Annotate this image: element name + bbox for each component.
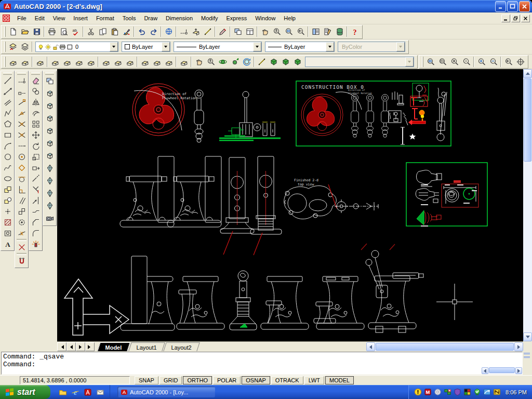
- move-button[interactable]: [30, 129, 42, 140]
- snap-extension-button[interactable]: [16, 140, 28, 151]
- tab-last-button[interactable]: [85, 342, 95, 351]
- chamfer-button[interactable]: [30, 217, 42, 228]
- zoom-out-button[interactable]: [487, 56, 499, 68]
- linetype-select[interactable]: ByLayer: [174, 42, 262, 52]
- open-button[interactable]: [19, 26, 31, 37]
- rectangle-button[interactable]: [2, 129, 14, 140]
- command-splitter[interactable]: [523, 352, 531, 375]
- snap-insert-button[interactable]: [16, 206, 28, 217]
- close-button[interactable]: [519, 1, 530, 12]
- scroll-right-button[interactable]: [515, 367, 522, 374]
- zoom-scale-button[interactable]: [448, 56, 460, 68]
- snap-nearest-button[interactable]: [16, 228, 28, 238]
- snap-apparent-button[interactable]: [16, 129, 28, 140]
- help-button[interactable]: ?: [349, 26, 361, 37]
- solid-subtract-button[interactable]: [280, 56, 291, 68]
- osnap-toggle[interactable]: OSNAP: [242, 376, 270, 384]
- snap-midpoint-button[interactable]: [16, 108, 28, 118]
- mtext-button[interactable]: A: [2, 238, 14, 249]
- toolbar-grip[interactable]: [4, 57, 6, 67]
- view-rotate-button[interactable]: [241, 56, 252, 68]
- region-button[interactable]: [2, 228, 14, 238]
- view-diamond-nw-button[interactable]: [44, 200, 56, 212]
- break-button[interactable]: [30, 206, 42, 217]
- ucs-world-button[interactable]: [49, 56, 61, 68]
- snap-quadrant-button[interactable]: [16, 162, 28, 173]
- view-cube-top-button[interactable]: [44, 87, 56, 100]
- orbit-pan-button[interactable]: [229, 56, 241, 68]
- lwt-toggle[interactable]: LWT: [304, 376, 324, 384]
- ucs-origin-button[interactable]: [100, 56, 112, 68]
- mdi-close-button[interactable]: [521, 15, 530, 22]
- view-cube-left-button[interactable]: [44, 112, 56, 125]
- scroll-right-button[interactable]: [514, 342, 523, 351]
- polyline-button[interactable]: [2, 108, 14, 118]
- snap-perpendicular-button[interactable]: [16, 184, 28, 195]
- ortho-toggle[interactable]: ORTHO: [183, 376, 212, 384]
- color-select[interactable]: ByLayer: [122, 42, 170, 52]
- window-menu[interactable]: Window: [251, 14, 280, 23]
- copy-object-button[interactable]: [30, 86, 42, 97]
- ellipse-button[interactable]: [2, 173, 14, 184]
- tools-menu[interactable]: Tools: [118, 14, 140, 23]
- match-properties-button[interactable]: [121, 26, 132, 37]
- tray-disc-icon[interactable]: [434, 388, 442, 396]
- tracking-button[interactable]: [178, 26, 190, 37]
- toolbar-grip[interactable]: [4, 42, 6, 52]
- insert-menu[interactable]: Insert: [69, 14, 92, 23]
- ucs-z-axis-button[interactable]: [112, 56, 124, 68]
- trim-button[interactable]: [30, 184, 42, 195]
- scale-button[interactable]: [30, 151, 42, 162]
- mail-icon[interactable]: [96, 388, 104, 396]
- snap-center-button[interactable]: [16, 151, 28, 162]
- lineweight-select[interactable]: ByLayer: [265, 42, 335, 52]
- ucs-dialog-button[interactable]: [19, 56, 31, 68]
- insert-hyperlink-button[interactable]: [163, 26, 175, 37]
- drawing-canvas[interactable]: Direction of Flywheel Rotation: [57, 69, 523, 341]
- snap-endpoint-button[interactable]: [16, 97, 28, 108]
- snap-tangent-button[interactable]: [16, 173, 28, 184]
- named-views-button[interactable]: [232, 26, 244, 37]
- ucs-button[interactable]: [7, 56, 19, 68]
- horizontal-scrollbar[interactable]: [366, 342, 523, 351]
- coordinate-readout[interactable]: 51.4814, 3.6896 , 0.0000: [20, 376, 130, 384]
- paste-button[interactable]: [109, 26, 121, 37]
- hatch-button[interactable]: [2, 217, 14, 228]
- snap-node-button[interactable]: [16, 217, 28, 228]
- view-diamond-sw-button[interactable]: [44, 162, 56, 175]
- rotate-button[interactable]: [30, 140, 42, 151]
- cut-button[interactable]: [85, 26, 97, 37]
- autocad-launch-icon[interactable]: [84, 388, 92, 396]
- view-diamond-ne-button[interactable]: [44, 187, 56, 200]
- tab-next-button[interactable]: [76, 342, 85, 351]
- format-menu[interactable]: Format: [92, 14, 118, 23]
- zoom-extents-button[interactable]: [514, 56, 526, 68]
- tray-shield-icon[interactable]: [454, 388, 461, 396]
- zoom-window-button[interactable]: [283, 26, 295, 37]
- start-button[interactable]: start: [0, 385, 50, 399]
- redo-button[interactable]: [148, 26, 159, 37]
- layer-select[interactable]: 0: [35, 42, 118, 52]
- multiline-button[interactable]: [2, 97, 14, 108]
- grid-toggle[interactable]: GRID: [159, 376, 182, 384]
- minimize-button[interactable]: [495, 1, 506, 12]
- stretch-button[interactable]: [30, 162, 42, 173]
- tray-alert-icon[interactable]: [414, 388, 422, 396]
- folder-icon[interactable]: [59, 388, 67, 396]
- layer-select-arrow[interactable]: [110, 42, 118, 51]
- maximize-button[interactable]: [507, 1, 518, 12]
- otrack-toggle[interactable]: OTRACK: [271, 376, 303, 384]
- distance-button[interactable]: [202, 26, 214, 37]
- ucs-view-button[interactable]: [85, 56, 97, 68]
- express-menu[interactable]: Express: [222, 14, 251, 23]
- tray-mcafee-icon[interactable]: M: [424, 388, 432, 396]
- construction-line-button[interactable]: [2, 86, 14, 97]
- dbconnect-button[interactable]: [334, 26, 345, 37]
- print-button[interactable]: [46, 26, 58, 37]
- offset-button[interactable]: [30, 108, 42, 118]
- designcenter-button[interactable]: [310, 26, 322, 37]
- camera-button[interactable]: [44, 212, 56, 224]
- lengthen-button[interactable]: [30, 173, 42, 184]
- dimension-menu[interactable]: Dimension: [162, 14, 197, 23]
- tray-quad-icon[interactable]: [463, 388, 471, 396]
